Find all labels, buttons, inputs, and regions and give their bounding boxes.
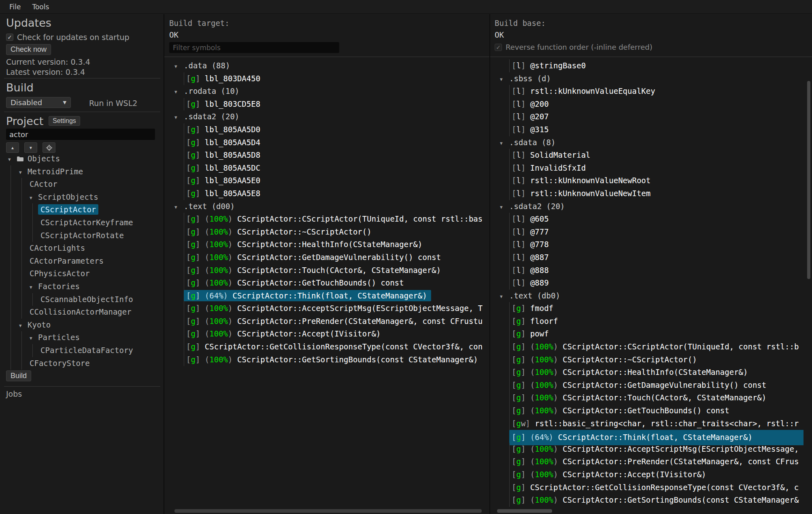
tree-item-Objects[interactable]: ▼Objects (0, 152, 164, 165)
section-row[interactable]: ▼.rodata (10) (169, 85, 487, 98)
tree-item-CPhysicsActor[interactable]: CPhysicsActor (0, 267, 164, 280)
symbol-row[interactable]: [g] fmodf (495, 302, 803, 315)
symbol-row[interactable]: [l] rstl::kUnknownValueNewRoot (495, 174, 803, 187)
check-now-button[interactable]: Check now (6, 44, 51, 55)
symbol-row[interactable]: [g] (100%) CScriptActor::GetSortingBound… (169, 353, 487, 366)
symbol-row[interactable]: [g] lbl_805AA5D0 (169, 123, 487, 136)
tree-item-Kyoto[interactable]: ▼Kyoto (0, 319, 164, 332)
menu-tools[interactable]: Tools (32, 3, 49, 11)
symbol-row[interactable]: [l] @888 (495, 264, 803, 277)
symbol-row[interactable]: [g] (100%) CScriptActor::CScriptActor(TU… (495, 341, 803, 353)
project-settings-button[interactable]: Settings (49, 116, 80, 126)
symbol-row[interactable]: [g] (100%) CScriptActor::CScriptActor(TU… (169, 213, 487, 226)
symbol-row[interactable]: [g] (100%) CScriptActor::~CScriptActor() (495, 353, 803, 366)
symbol-row[interactable]: [g] (100%) CScriptActor::Touch(CActor&, … (169, 264, 487, 277)
symbol-row[interactable]: [g] CScriptActor::GetCollisionResponseTy… (495, 481, 803, 494)
symbol-row[interactable]: [l] @605 (495, 213, 803, 226)
symbol-row[interactable]: [l] @887 (495, 251, 803, 264)
symbol-row[interactable]: [g] (100%) CScriptActor::GetDamageVulner… (495, 379, 803, 392)
section-row[interactable]: ▼.sdata (8) (495, 136, 803, 149)
symbol-row[interactable]: [g] (100%) CScriptActor::PreRender(CStat… (169, 315, 487, 328)
symbol-row[interactable]: [g] lbl_805AA5E0 (169, 174, 487, 187)
symbol-row[interactable]: [g] (100%) CScriptActor::GetSortingBound… (495, 494, 803, 507)
reverse-order-checkbox[interactable]: ✓ Reverse function order (-inline deferr… (495, 43, 653, 51)
symbol-row[interactable]: [g] (100%) CScriptActor::PreRender(CStat… (495, 455, 803, 468)
symbol-row[interactable]: [g] powf (495, 328, 803, 341)
symbol-name: @200 (530, 99, 549, 108)
symbol-row[interactable]: [g] floorf (495, 315, 803, 328)
symbol-name: CScriptActor::Think(float, CStateManager… (558, 433, 752, 442)
section-row[interactable]: ▼.sdata2 (20) (495, 200, 803, 213)
base-horizontal-scrollbar[interactable] (497, 509, 552, 513)
tree-item-CFactoryStore[interactable]: CFactoryStore (0, 357, 164, 370)
next-match-button[interactable]: ▼ (24, 142, 37, 153)
symbol-row[interactable]: [g] lbl_803DA450 (169, 72, 487, 85)
tree-item-CActor[interactable]: CActor (0, 178, 164, 191)
symbol-row[interactable]: [l] SolidMaterial (495, 149, 803, 162)
symbol-row[interactable]: [g] (100%) CScriptActor::AcceptScriptMsg… (495, 443, 803, 456)
symbol-row[interactable]: [g] (100%) CScriptActor::GetTouchBounds(… (169, 277, 487, 290)
tree-item-Particles[interactable]: ▼Particles (0, 331, 164, 344)
symbol-row[interactable]: [g] lbl_803CD5E8 (169, 98, 487, 111)
build-button[interactable]: Build (6, 370, 31, 381)
target-horizontal-scrollbar[interactable] (174, 509, 482, 513)
symbol-row[interactable]: [l] @200 (495, 98, 803, 111)
symbol-row[interactable]: [gw] rstl::basic_string<char, rstl::char… (495, 417, 803, 430)
symbol-row[interactable]: [l] @stringBase0 (495, 59, 803, 72)
tree-item-CActorLights[interactable]: CActorLights (0, 242, 164, 255)
symbol-name: lbl_803DA450 (205, 74, 260, 83)
indent-guide (21, 267, 22, 280)
symbol-row[interactable]: [g] lbl_805AA5E8 (169, 187, 487, 200)
check-updates-checkbox[interactable]: ✓ Check for updates on startup (0, 33, 130, 42)
tree-item-label: CParticleDataFactory (38, 345, 136, 355)
prev-match-button[interactable]: ▲ (6, 142, 19, 153)
filter-symbols-input[interactable] (169, 42, 339, 53)
tree-item-CScriptActor[interactable]: CScriptActor (0, 203, 164, 216)
tree-item-Factories[interactable]: ▼Factories (0, 280, 164, 293)
tree-item-CCollisionActorManager[interactable]: CCollisionActorManager (0, 306, 164, 319)
symbol-row[interactable]: [g] lbl_805AA5D4 (169, 136, 487, 149)
section-row[interactable]: ▼.sbss (d) (495, 72, 803, 85)
symbol-row[interactable]: [g] (100%) CScriptActor::~CScriptActor() (169, 226, 487, 239)
symbol-row[interactable]: [g] (64%) CScriptActor::Think(float, CSt… (169, 290, 487, 302)
tree-item-MetroidPrime[interactable]: ▼MetroidPrime (0, 165, 164, 178)
menu-file[interactable]: File (9, 3, 21, 11)
section-row[interactable]: ▼.data (88) (169, 59, 487, 72)
locate-button[interactable] (43, 142, 55, 153)
symbol-row[interactable]: [l] InvalidSfxId (495, 162, 803, 175)
symbol-row[interactable]: [g] (100%) CScriptActor::HealthInfo(CSta… (495, 366, 803, 379)
tree-item-CScannableObjectInfo[interactable]: CScannableObjectInfo (0, 293, 164, 306)
project-search-input[interactable] (6, 129, 155, 140)
symbol-row[interactable]: [g] (100%) CScriptActor::Touch(CActor&, … (495, 391, 803, 404)
section-row[interactable]: ▼.text (db0) (495, 290, 803, 302)
indent-guide (21, 344, 22, 357)
tree-item-ScriptObjects[interactable]: ▼ScriptObjects (0, 191, 164, 204)
symbol-row[interactable]: [g] (100%) CScriptActor::GetTouchBounds(… (495, 404, 803, 417)
section-row[interactable]: ▼.text (d00) (169, 200, 487, 213)
symbol-row[interactable]: [l] rstl::kUnknownValueEqualKey (495, 85, 803, 98)
symbol-row[interactable]: [g] (64%) CScriptActor::Think(float, CSt… (495, 430, 803, 443)
section-row[interactable]: ▼.sdata2 (20) (169, 110, 487, 123)
symbol-row[interactable]: [l] @315 (495, 123, 803, 136)
build-base-status: OK (495, 30, 504, 39)
tree-item-CScriptActorKeyframe[interactable]: CScriptActorKeyframe (0, 216, 164, 229)
symbol-row[interactable]: [g] (100%) CScriptActor::Accept(IVisitor… (169, 328, 487, 341)
symbol-row[interactable]: [l] @889 (495, 277, 803, 290)
symbol-row[interactable]: [l] @778 (495, 238, 803, 251)
symbol-row[interactable]: [l] rstl::kUnknownValueNewItem (495, 187, 803, 200)
symbol-row[interactable]: [g] (100%) CScriptActor::Accept(IVisitor… (495, 468, 803, 481)
tree-expand-icon[interactable]: ▼ (8, 153, 17, 166)
tree-item-CParticleDataFactory[interactable]: CParticleDataFactory (0, 344, 164, 357)
symbol-row[interactable]: [g] (100%) CScriptActor::GetDamageVulner… (169, 251, 487, 264)
symbol-row[interactable]: [l] @777 (495, 226, 803, 239)
tree-item-CScriptActorRotate[interactable]: CScriptActorRotate (0, 229, 164, 242)
symbol-row[interactable]: [g] (100%) CScriptActor::HealthInfo(CSta… (169, 238, 487, 251)
build-mode-dropdown[interactable]: Disabled ▼ (6, 97, 71, 108)
tree-item-CActorParameters[interactable]: CActorParameters (0, 255, 164, 268)
symbol-row[interactable]: [g] (100%) CScriptActor::AcceptScriptMsg… (169, 302, 487, 315)
symbol-row[interactable]: [g] lbl_805AA5D8 (169, 149, 487, 162)
symbol-row[interactable]: [g] CScriptActor::GetCollisionResponseTy… (169, 341, 487, 353)
symbol-row[interactable]: [g] lbl_805AA5DC (169, 162, 487, 175)
vertical-scrollbar[interactable] (807, 81, 810, 279)
symbol-row[interactable]: [l] @207 (495, 110, 803, 123)
